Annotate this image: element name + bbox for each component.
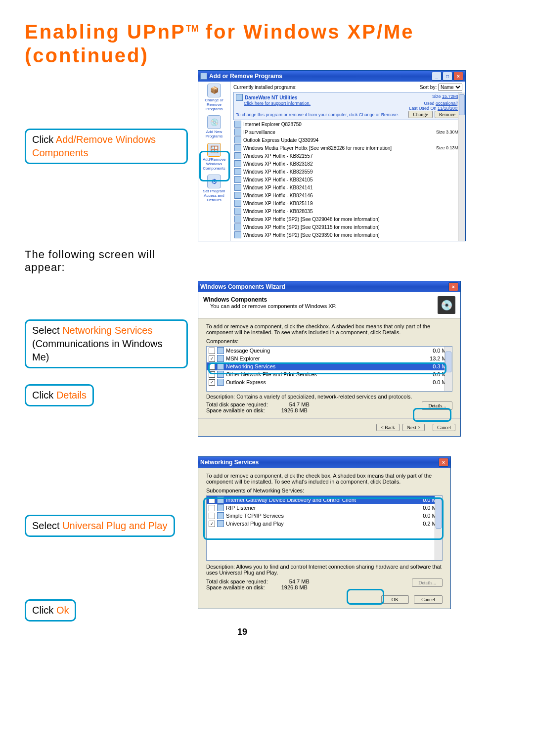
details-button[interactable]: Details... [422, 401, 452, 410]
subcomponent-icon [217, 520, 224, 527]
program-item[interactable]: Windows XP Hotfix - KB823182 [233, 160, 462, 168]
tm-mark: TM [186, 24, 199, 34]
last-used-label: Last Used On [409, 106, 436, 111]
scroll-thumb[interactable] [459, 94, 465, 115]
program-item[interactable]: Windows XP Hotfix - KB824141 [233, 183, 462, 191]
description-text: Allows you to find and control Internet … [206, 564, 442, 576]
close-button[interactable]: × [439, 458, 448, 467]
subcomponents-label: Subcomponents of Networking Services: [206, 488, 443, 493]
program-item-selected[interactable]: DameWare NT Utilities Size 15.72MB Click… [233, 92, 462, 120]
scroll-thumb[interactable] [436, 498, 442, 529]
subcomponent-row[interactable]: RIP Listener0.0 MB [207, 504, 442, 512]
size-value[interactable]: 15.72MB [442, 94, 460, 99]
program-item[interactable]: Windows Media Player Hotfix [See wm82802… [233, 144, 462, 152]
subcomponent-row[interactable]: Universal Plug and Play0.2 MB [207, 520, 442, 528]
minimize-button[interactable]: _ [432, 72, 442, 81]
size-label: Size [432, 94, 441, 99]
wizard-footer: < Back Next > Cancel [198, 418, 460, 436]
scrollbar[interactable] [445, 347, 452, 391]
scrollbar[interactable] [435, 496, 442, 560]
program-item[interactable]: Windows XP Hotfix - KB824105 [233, 176, 462, 183]
component-row[interactable]: Message Queuing0.0 MB [207, 347, 452, 355]
checkbox[interactable] [209, 348, 215, 354]
checkbox[interactable] [209, 356, 215, 362]
program-icon [234, 168, 241, 175]
program-item[interactable]: Windows XP Hotfix - KB824146 [233, 191, 462, 199]
title-part2: for Windows XP/Me [199, 21, 414, 43]
disk-available-label: Space available on disk: [206, 584, 265, 590]
disk-available-value: 1926.8 MB [281, 584, 308, 590]
checkbox[interactable] [209, 513, 215, 519]
program-name: Windows XP Hotfix - KB823559 [243, 169, 312, 175]
last-used-value: 11/18/2003 [438, 106, 460, 111]
checkbox[interactable] [209, 521, 215, 527]
change-button[interactable]: Change [408, 111, 433, 118]
remove-button[interactable]: Remove [435, 111, 460, 118]
program-name: Windows XP Hotfix - KB823182 [243, 161, 312, 167]
program-item[interactable]: Windows XP Hotfix - KB821557 [233, 152, 462, 160]
program-item[interactable]: Outlook Express Update Q330994 [233, 136, 462, 144]
callout-highlight: Ok [56, 605, 69, 616]
program-item[interactable]: Windows XP Hotfix (SP2) [See Q329390 for… [233, 231, 462, 239]
cancel-button[interactable]: Cancel [414, 595, 443, 604]
component-row[interactable]: MSN Explorer13.2 MB [207, 355, 452, 362]
sidebar-program-access[interactable]: ⚙Set Program Access and Defaults [199, 175, 229, 202]
program-name: Windows XP Hotfix - KB821557 [243, 153, 312, 159]
add-remove-programs-window: Add or Remove Programs _ □ × 📦Change or … [198, 70, 466, 241]
window-title: Networking Services [200, 459, 259, 466]
program-name: DameWare NT Utilities [245, 95, 297, 100]
dialog-instructions: To add or remove a component, click the … [206, 473, 443, 485]
component-row[interactable]: Networking Services0.3 MB [207, 362, 452, 370]
program-item[interactable]: Windows XP Hotfix (SP2) [See Q329048 for… [233, 215, 462, 223]
scrollbar[interactable] [458, 92, 465, 241]
support-link[interactable]: Click here for support information. [244, 101, 311, 106]
checkbox[interactable] [209, 497, 215, 503]
close-button[interactable]: × [448, 282, 458, 291]
program-item[interactable]: Windows XP Hotfix - KB823559 [233, 168, 462, 176]
scroll-thumb[interactable] [445, 352, 451, 372]
sidebar-label: Add New Programs [206, 130, 223, 138]
program-item[interactable]: Internet Explorer Q828750 [233, 120, 462, 128]
next-button[interactable]: Next > [402, 424, 425, 431]
subcomponent-row[interactable]: Internet Gateway Device Discovery and Co… [207, 496, 442, 504]
program-name: Internet Explorer Q828750 [243, 122, 302, 127]
disk-required-value: 54.7 MB [289, 401, 310, 407]
program-name: Outlook Express Update Q330994 [243, 137, 318, 143]
program-item[interactable]: Windows XP Hotfix (SP2) [See Q329115 for… [233, 223, 462, 231]
sidebar-windows-components[interactable]: 🪟Add/Remove Windows Components [199, 143, 229, 171]
program-list: Internet Explorer Q828750IP surveillance… [233, 120, 462, 239]
component-name: Message Queuing [226, 348, 270, 354]
sidebar-change-remove[interactable]: 📦Change or Remove Programs [199, 84, 229, 111]
program-icon [236, 94, 243, 101]
program-icon [234, 184, 241, 191]
ok-button[interactable]: OK [381, 595, 409, 604]
close-button[interactable]: × [453, 72, 463, 81]
used-label: Used [424, 101, 434, 106]
program-icon [234, 136, 241, 143]
titlebar: Networking Services × [198, 457, 450, 468]
window-icon [200, 73, 207, 80]
program-item[interactable]: IP surveillanceSize 3.30MB [233, 128, 462, 136]
checkbox[interactable] [209, 379, 215, 386]
callout-networking-services: Select Networking Services (Communicatio… [25, 319, 188, 368]
component-row[interactable]: Outlook Express0.0 MB [207, 378, 452, 386]
program-item[interactable]: Windows XP Hotfix - KB828035 [233, 207, 462, 215]
back-button[interactable]: < Back [376, 424, 400, 431]
sidebar-label: Change or Remove Programs [205, 98, 223, 111]
cancel-button[interactable]: Cancel [433, 424, 455, 431]
program-item[interactable]: Windows XP Hotfix - KB825119 [233, 199, 462, 207]
change-remove-msg: To change this program or remove it from… [236, 112, 405, 117]
callout-text: (Communications in Windows Me) [32, 338, 162, 362]
checkbox[interactable] [209, 363, 215, 370]
subcomponent-row[interactable]: Simple TCP/IP Services0.0 MB [207, 512, 442, 520]
description-label: Description: [206, 564, 235, 570]
component-row[interactable]: Other Network File and Print Services0.0… [207, 370, 452, 378]
program-name: Windows XP Hotfix (SP2) [See Q329048 for… [243, 217, 380, 222]
maximize-button[interactable]: □ [443, 72, 452, 81]
checkbox[interactable] [209, 371, 215, 378]
checkbox[interactable] [209, 505, 215, 511]
sidebar-add-new[interactable]: 💿Add New Programs [199, 115, 229, 139]
program-icon [234, 200, 241, 207]
sort-select[interactable]: Name [438, 84, 462, 91]
currently-installed-label: Currently installed programs: [233, 85, 297, 90]
